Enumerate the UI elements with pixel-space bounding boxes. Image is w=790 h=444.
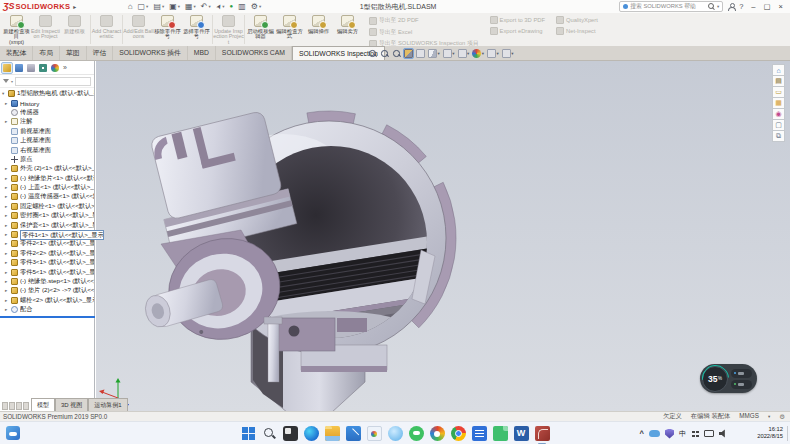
edit-methods-button[interactable]: 编辑检查方式 — [275, 13, 304, 46]
taskbar-clock[interactable]: 16:12 2022/8/15 — [757, 426, 783, 441]
ime-mode-icon[interactable]: 中 — [679, 426, 686, 441]
3d-drawing-view-button[interactable] — [415, 48, 426, 59]
search-options-caret-icon[interactable]: ▾ — [717, 4, 719, 9]
tree-item[interactable]: ▸History — [0, 98, 94, 107]
cortana-icon[interactable] — [388, 426, 403, 441]
solidworks-icon[interactable] — [535, 426, 550, 441]
chrome-icon[interactable] — [451, 426, 466, 441]
logo-expand-icon[interactable]: ▸ — [73, 3, 76, 10]
tree-item[interactable]: ▸外壳 (2)<1> (默认<<默认>_显示状 — [0, 164, 94, 173]
section-view-button[interactable] — [403, 48, 414, 59]
export-item-button[interactable]: Export eDrawing — [490, 27, 545, 35]
home-button[interactable]: ⌂ — [125, 0, 135, 13]
filter-input[interactable] — [15, 77, 91, 86]
widget-button-bottom[interactable] — [731, 380, 752, 389]
display-style-button[interactable]: ▾ — [442, 48, 456, 59]
screenshot-app-icon[interactable] — [283, 426, 298, 441]
tree-item[interactable]: ▸零件2<1> (默认<<默认>_显示状态 — [0, 239, 94, 248]
ime-grid-icon[interactable] — [691, 430, 699, 438]
filter-caret-icon[interactable]: ▾ — [11, 79, 13, 84]
dimxpert-manager-tab[interactable] — [38, 63, 48, 73]
new-document-button[interactable]: ▢▾ — [135, 0, 151, 13]
print-button[interactable]: ▦▾ — [183, 0, 199, 13]
tree-item[interactable]: 传感器 — [0, 108, 94, 117]
start-icon[interactable] — [241, 426, 256, 441]
search-icon[interactable] — [262, 426, 277, 441]
browser-360-icon[interactable] — [430, 426, 445, 441]
login-user-icon[interactable] — [727, 3, 735, 11]
doc-tab-模型[interactable]: 模型 — [31, 398, 55, 411]
property-manager-tab[interactable] — [14, 63, 24, 73]
security-shield-icon[interactable] — [665, 429, 674, 439]
tree-item[interactable]: ▸零件2<2> (默认<<默认>_显示状态 — [0, 249, 94, 258]
tab-sketch[interactable]: 草图 — [60, 46, 87, 60]
close-button[interactable]: × — [775, 0, 787, 13]
zoom-overlay-widget[interactable]: 35% — [700, 364, 757, 393]
tab-scroll-buttons[interactable] — [0, 402, 31, 411]
new-inspection-project-button[interactable]: 新建检查项目 (xmpt) — [2, 13, 31, 46]
green-app-icon[interactable] — [409, 426, 424, 441]
tree-item[interactable]: ▸(-) 上盖<1> (默认<<默认>_显示状 — [0, 183, 94, 192]
tree-item[interactable]: ▸密封圈<1> (默认<<默认>_显示状 — [0, 211, 94, 220]
tree-item[interactable]: 右视基准面 — [0, 145, 94, 154]
pick-balloons-button[interactable]: 选择零件序号 — [182, 13, 211, 46]
reader-app-icon[interactable] — [472, 426, 487, 441]
apply-scene-button[interactable]: ▾ — [486, 48, 500, 59]
tree-item[interactable]: ▸螺栓<2> (默认<<默认>_显示状态 — [0, 296, 94, 305]
tab-mbd[interactable]: MBD — [188, 46, 216, 60]
export-item-button[interactable]: 导出至 Excel — [369, 28, 479, 37]
view-orientation-button[interactable]: ▾ — [427, 48, 441, 59]
undo-button[interactable]: ↶▾ — [198, 0, 213, 13]
view-settings-button[interactable]: ▾ — [501, 48, 515, 59]
tab-addins[interactable]: SOLIDWORKS 插件 — [113, 46, 188, 60]
tree-item[interactable]: ▸零件3<1> (默认<<默认>_显示状态 — [0, 258, 94, 267]
rebuild-button[interactable]: ● — [227, 0, 236, 13]
volume-icon[interactable] — [719, 429, 728, 438]
wps-icon[interactable] — [493, 426, 508, 441]
save-button[interactable]: ▣▾ — [167, 0, 183, 13]
file-properties-button[interactable]: ▥ — [236, 0, 249, 13]
open-button[interactable]: ▤▾ — [151, 0, 167, 13]
export-item-button[interactable]: QualityXpert — [556, 16, 598, 24]
tree-item[interactable]: ▸(-) 绝缘垫片<1> (默认<<默认>_显 — [0, 174, 94, 183]
remove-balloons-button[interactable]: 移除零件序号 — [153, 13, 182, 46]
units-caret-icon[interactable]: ▾ — [768, 414, 770, 419]
feature-manager-tab[interactable] — [2, 63, 12, 73]
export-item-button[interactable]: Export to 3D PDF — [490, 16, 545, 24]
mail-icon[interactable] — [346, 426, 361, 441]
custom-properties-tab[interactable]: ⧉ — [772, 130, 785, 142]
tab-layout[interactable]: 布局 — [33, 46, 60, 60]
tree-item[interactable]: ▸零件1<1> (默认<<默认>_显示状态 — [0, 230, 94, 239]
tree-item[interactable]: 上视基准面 — [0, 136, 94, 145]
options-button[interactable]: ⚙▾ — [248, 0, 263, 13]
search-input[interactable]: 搜索 SOLIDWORKS 帮助 ▾ — [619, 1, 723, 12]
tab-assembly[interactable]: 装配体 — [0, 46, 33, 60]
zoom-area-button[interactable] — [379, 48, 390, 59]
tree-item[interactable]: ▸(-) 绝缘垫.step<1> (默认<<默认>_ — [0, 277, 94, 286]
select-button[interactable]: ➤▾ — [213, 0, 227, 13]
solidworks-logo[interactable]: ƷS SOLIDWORKS ▸ — [0, 0, 79, 13]
photos-icon[interactable] — [367, 426, 382, 441]
edit-appearance-button[interactable]: ▾ — [471, 48, 485, 59]
help-button[interactable]: ? — [739, 2, 743, 11]
search-icon[interactable] — [708, 3, 715, 10]
tree-root-item[interactable]: ▾1型铝散热电机 (默认<默认_显示状态-1 — [0, 89, 94, 98]
tree-item[interactable]: ▸(-) 温度传感器<1> (默认<<默认> — [0, 192, 94, 201]
edge-icon[interactable] — [304, 426, 319, 441]
word-icon[interactable]: W — [514, 426, 529, 441]
doc-tab-3D 视图[interactable]: 3D 视图 — [55, 398, 88, 411]
tree-item[interactable]: ▸配合 — [0, 305, 94, 314]
graphics-area[interactable]: ⌂▤▭▦◉▢⧉ 35% — [96, 61, 790, 411]
tree-item[interactable]: ▸零件5<1> (默认<<默认>_显示状态 — [0, 267, 94, 276]
doc-tab-运动算例1[interactable]: 运动算例1 — [88, 398, 127, 411]
file-explorer-icon[interactable] — [325, 426, 340, 441]
tree-item[interactable]: ▸(-) 垫片 (2)<2> ->? (默认<<默认> — [0, 286, 94, 295]
overflow-tab[interactable]: » — [62, 63, 68, 73]
tree-split-bar[interactable] — [0, 316, 95, 318]
configuration-manager-tab[interactable] — [26, 63, 36, 73]
export-item-button[interactable]: 导出至 2D PDF — [369, 16, 479, 25]
edit-operations-button[interactable]: 编辑操作 — [304, 13, 333, 46]
widget-button-top[interactable] — [731, 369, 752, 378]
previous-view-button[interactable] — [391, 48, 402, 59]
cast-display-icon[interactable] — [704, 430, 714, 437]
